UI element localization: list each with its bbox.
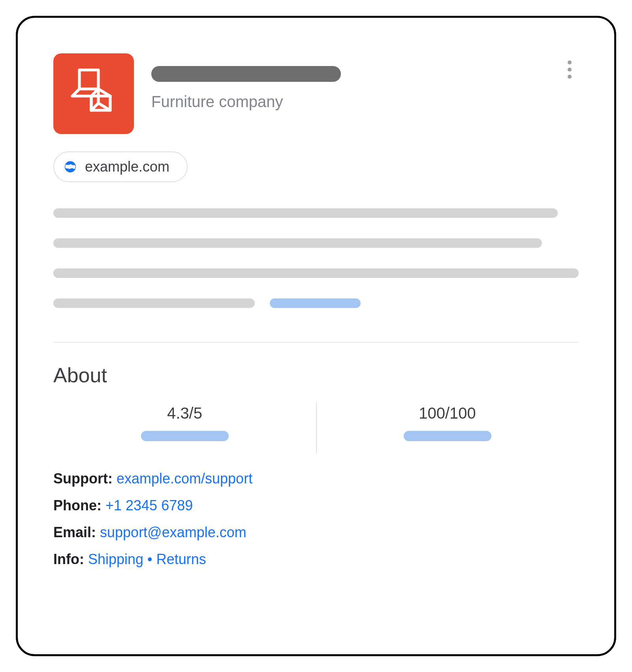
globe-icon — [64, 160, 77, 174]
rating-right-column: 100/100 — [316, 404, 579, 441]
knowledge-panel-card: Furniture company example.com About 4.3/… — [16, 16, 616, 656]
rating-left-label-placeholder — [141, 431, 229, 441]
contact-block: Support: example.com/support Phone: +1 2… — [53, 470, 579, 568]
phone-link[interactable]: +1 2345 6789 — [105, 497, 193, 513]
company-logo — [53, 53, 134, 134]
about-heading: About — [53, 363, 579, 387]
shipping-link[interactable]: Shipping — [88, 551, 143, 567]
placeholder-line-short — [53, 298, 255, 308]
chair-icon — [70, 64, 117, 123]
panel-header: Furniture company — [53, 53, 579, 134]
website-chip[interactable]: example.com — [53, 151, 188, 182]
phone-label: Phone: — [53, 497, 105, 513]
ratings-row: 4.3/5 100/100 — [53, 404, 579, 441]
rating-right-label-placeholder — [404, 431, 491, 441]
support-label: Support: — [53, 470, 117, 487]
placeholder-link[interactable] — [270, 298, 361, 308]
info-separator: • — [147, 551, 156, 567]
rating-left-column: 4.3/5 — [53, 404, 316, 441]
placeholder-line — [53, 208, 558, 218]
phone-line: Phone: +1 2345 6789 — [53, 497, 579, 514]
more-options-button[interactable] — [564, 57, 575, 82]
company-name-placeholder — [151, 66, 341, 82]
email-link[interactable]: support@example.com — [100, 524, 246, 540]
rating-left-value: 4.3/5 — [167, 404, 202, 422]
company-category: Furniture company — [151, 93, 579, 111]
header-text-block: Furniture company — [151, 53, 579, 111]
website-domain-text: example.com — [85, 159, 169, 175]
email-line: Email: support@example.com — [53, 524, 579, 541]
support-link[interactable]: example.com/support — [117, 470, 252, 487]
placeholder-line — [53, 238, 542, 248]
email-label: Email: — [53, 524, 100, 540]
info-label: Info: — [53, 551, 88, 567]
returns-link[interactable]: Returns — [156, 551, 206, 567]
placeholder-line — [53, 268, 579, 278]
description-placeholder-block — [53, 208, 579, 308]
placeholder-last-row — [53, 298, 579, 308]
info-line: Info: Shipping • Returns — [53, 551, 579, 568]
section-divider — [53, 342, 579, 343]
ratings-separator — [316, 402, 317, 453]
rating-right-value: 100/100 — [419, 404, 476, 422]
support-line: Support: example.com/support — [53, 470, 579, 487]
